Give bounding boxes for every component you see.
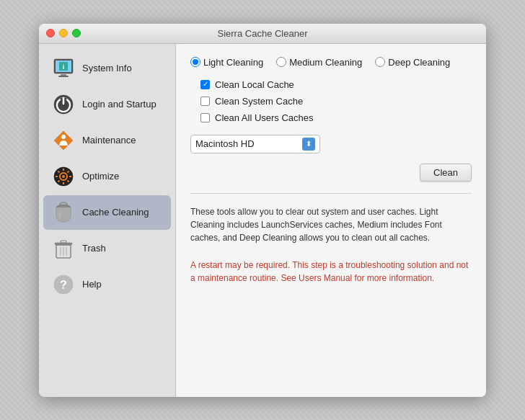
svg-rect-4 bbox=[61, 74, 66, 76]
description-text: These tools allow you to clear out syste… bbox=[190, 205, 472, 244]
checkbox-clean-system[interactable]: Clean System Cache bbox=[200, 96, 472, 107]
svg-text:?: ? bbox=[60, 279, 67, 291]
svg-rect-5 bbox=[58, 76, 69, 77]
checkbox-all-users-indicator bbox=[200, 113, 210, 122]
cache-cleaning-icon bbox=[52, 201, 75, 224]
volume-dropdown[interactable]: Macintosh HD ⬍ bbox=[190, 135, 320, 153]
dropdown-arrow-icon: ⬍ bbox=[302, 138, 315, 151]
radio-deep-label: Deep Cleaning bbox=[388, 57, 450, 68]
svg-rect-28 bbox=[61, 241, 66, 243]
window-title: Sierra Cache Cleaner bbox=[217, 28, 307, 39]
checkbox-clean-all-users[interactable]: Clean All Users Caches bbox=[200, 112, 472, 123]
sidebar-item-trash[interactable]: Trash bbox=[43, 231, 171, 266]
radio-medium-label: Medium Cleaning bbox=[289, 57, 362, 68]
svg-line-19 bbox=[68, 171, 69, 172]
titlebar: Sierra Cache Cleaner bbox=[39, 24, 486, 44]
warning-text: A restart may be required. This step is … bbox=[190, 259, 472, 285]
svg-line-20 bbox=[58, 180, 60, 182]
radio-light-indicator bbox=[190, 57, 200, 67]
close-button[interactable] bbox=[46, 29, 55, 37]
help-icon: ? bbox=[52, 273, 75, 296]
svg-line-17 bbox=[58, 171, 60, 172]
cache-options-group: Clean Local Cache Clean System Cache Cle… bbox=[200, 79, 472, 123]
radio-deep-cleaning[interactable]: Deep Cleaning bbox=[375, 57, 450, 68]
sidebar-item-system-info[interactable]: i System Info bbox=[43, 51, 171, 86]
radio-medium-cleaning[interactable]: Medium Cleaning bbox=[276, 57, 362, 68]
svg-line-18 bbox=[68, 180, 69, 182]
sidebar-label-optimize: Optimize bbox=[82, 171, 119, 182]
checkbox-local-indicator bbox=[200, 80, 210, 89]
sidebar-item-optimize[interactable]: Optimize bbox=[43, 159, 171, 194]
svg-text:i: i bbox=[63, 63, 65, 71]
content-area: i System Info bbox=[39, 44, 486, 397]
sidebar-label-trash: Trash bbox=[82, 243, 106, 254]
sidebar-label-cache-cleaning: Cache Cleaning bbox=[82, 207, 149, 218]
main-panel: Light Cleaning Medium Cleaning Deep Clea… bbox=[176, 44, 486, 397]
cleaning-mode-radio-group: Light Cleaning Medium Cleaning Deep Clea… bbox=[190, 57, 472, 68]
sidebar: i System Info bbox=[39, 44, 176, 397]
clean-button-row: Clean bbox=[190, 164, 472, 182]
sidebar-label-login-startup: Login and Startup bbox=[82, 99, 156, 110]
system-info-icon: i bbox=[52, 57, 75, 80]
login-startup-icon bbox=[52, 93, 75, 116]
volume-dropdown-row: Macintosh HD ⬍ bbox=[190, 135, 472, 153]
checkbox-system-label: Clean System Cache bbox=[215, 96, 303, 107]
maintenance-icon bbox=[52, 129, 75, 152]
sidebar-item-maintenance[interactable]: Maintenance bbox=[43, 123, 171, 158]
trash-icon bbox=[52, 237, 75, 260]
traffic-lights bbox=[46, 29, 81, 37]
clean-button[interactable]: Clean bbox=[420, 164, 472, 182]
radio-medium-indicator bbox=[276, 57, 286, 67]
checkbox-system-indicator bbox=[200, 97, 210, 106]
checkbox-all-users-label: Clean All Users Caches bbox=[215, 112, 314, 123]
sidebar-item-login-startup[interactable]: Login and Startup bbox=[43, 87, 171, 122]
section-divider bbox=[190, 193, 472, 194]
optimize-icon bbox=[52, 165, 75, 188]
sidebar-item-help[interactable]: ? Help bbox=[43, 267, 171, 302]
sidebar-item-cache-cleaning[interactable]: Cache Cleaning bbox=[43, 195, 171, 230]
svg-point-9 bbox=[61, 135, 66, 139]
svg-point-12 bbox=[62, 175, 65, 178]
sidebar-label-maintenance: Maintenance bbox=[82, 135, 136, 146]
dropdown-value: Macintosh HD bbox=[195, 138, 255, 149]
sidebar-label-system-info: System Info bbox=[82, 63, 132, 73]
checkbox-local-label: Clean Local Cache bbox=[215, 79, 294, 90]
radio-light-label: Light Cleaning bbox=[203, 57, 263, 68]
maximize-button[interactable] bbox=[72, 29, 81, 37]
minimize-button[interactable] bbox=[59, 29, 68, 37]
radio-light-cleaning[interactable]: Light Cleaning bbox=[190, 57, 263, 68]
radio-deep-indicator bbox=[375, 57, 385, 67]
checkbox-clean-local[interactable]: Clean Local Cache bbox=[200, 79, 472, 90]
app-window: Sierra Cache Cleaner i Sys bbox=[39, 24, 486, 397]
sidebar-label-help: Help bbox=[82, 279, 102, 290]
